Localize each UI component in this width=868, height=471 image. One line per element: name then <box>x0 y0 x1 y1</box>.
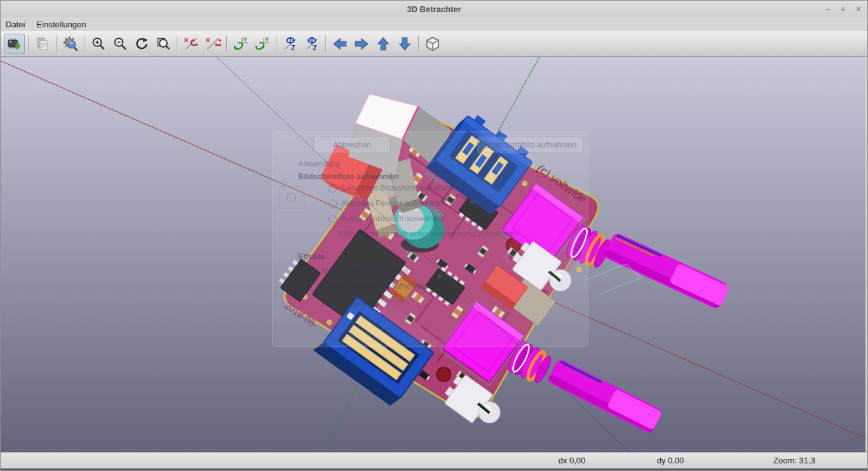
toolbar-separator <box>418 36 419 52</box>
maximize-button[interactable]: + <box>841 1 846 17</box>
toolbar-separator <box>325 36 327 52</box>
rotate-y-pos-icon: Y <box>233 36 249 52</box>
pan-right-icon <box>353 36 370 52</box>
rotate-z-pos-icon: Z <box>282 36 299 52</box>
copy-image-icon <box>35 36 50 51</box>
zoom-in-button[interactable] <box>88 34 109 54</box>
rotate-y-neg-button[interactable]: Y <box>252 34 273 54</box>
rotate-x-neg-icon: X <box>205 36 221 52</box>
toolbar-separator <box>84 36 85 52</box>
render-options-button[interactable] <box>60 34 81 54</box>
rotate-x-pos-button[interactable]: X <box>181 34 201 54</box>
rotate-x-neg-button[interactable]: X <box>203 34 223 54</box>
toolbar-separator <box>177 36 178 52</box>
pan-right-button[interactable] <box>351 34 372 54</box>
toolbar-separator <box>226 36 227 52</box>
reload-board-button[interactable] <box>4 34 25 54</box>
menu-datei[interactable]: Datei <box>6 20 25 29</box>
svg-text:Y: Y <box>243 36 248 43</box>
toolbar: X X Y Y Z <box>1 31 867 57</box>
menu-bar: Datei Einstellungen <box>1 17 867 31</box>
3d-viewer-window: 3D Betrachter − + × Datei Einstellungen <box>0 0 868 471</box>
status-dy: dy 0,00 <box>620 456 721 465</box>
svg-text:X: X <box>184 36 189 43</box>
zoom-in-icon <box>91 36 106 51</box>
zoom-to-fit-icon <box>156 36 171 51</box>
window-title: 3D Betrachter <box>1 4 867 14</box>
redraw-icon <box>134 36 149 51</box>
pan-up-icon <box>375 36 391 52</box>
toolbar-separator <box>276 36 277 52</box>
rotate-z-pos-button[interactable]: Z <box>280 34 301 54</box>
svg-text:Z: Z <box>313 44 317 51</box>
toolbar-separator <box>56 36 57 52</box>
redraw-button[interactable] <box>132 34 152 54</box>
svg-text:Y: Y <box>265 36 269 43</box>
svg-text:X: X <box>206 36 210 43</box>
svg-text:Z: Z <box>291 44 295 51</box>
pan-up-button[interactable] <box>373 34 393 54</box>
status-bar: dx 0,00 dy 0,00 Zoom: 31,3 <box>1 452 867 470</box>
pan-down-icon <box>397 36 413 52</box>
rotate-x-pos-icon: X <box>183 36 200 52</box>
render-options-icon <box>62 36 79 52</box>
menu-einstellungen[interactable]: Einstellungen <box>36 20 86 29</box>
pcb-3d-render: (c) voltwide 2018-08- C15 1000 C16 R20 <box>1 57 865 452</box>
rotate-y-pos-button[interactable]: Y <box>231 34 251 54</box>
minimize-button[interactable]: − <box>825 1 830 17</box>
rotate-z-neg-button[interactable]: Z <box>302 34 322 54</box>
rotate-y-neg-icon: Y <box>254 36 271 52</box>
toolbar-separator <box>28 36 29 52</box>
viewport-3d-canvas[interactable]: (c) voltwide 2018-08- C15 1000 C16 R20 <box>1 57 867 452</box>
close-button[interactable]: × <box>856 1 861 17</box>
pan-left-button[interactable] <box>330 34 350 54</box>
orthographic-projection-button[interactable] <box>423 34 443 54</box>
zoom-out-button[interactable] <box>110 34 130 54</box>
status-zoom: Zoom: 31,3 <box>721 456 867 465</box>
rotate-z-neg-icon: Z <box>304 36 320 52</box>
zoom-to-fit-button[interactable] <box>153 34 173 54</box>
pan-down-button[interactable] <box>395 34 415 54</box>
title-bar[interactable]: 3D Betrachter − + × <box>1 1 867 17</box>
zoom-out-icon <box>112 36 128 51</box>
status-dx: dx 0,00 <box>524 456 620 465</box>
pan-left-icon <box>332 36 348 52</box>
reload-board-icon <box>7 36 22 51</box>
orthographic-projection-icon <box>424 36 441 52</box>
copy-image-button[interactable] <box>32 34 53 54</box>
